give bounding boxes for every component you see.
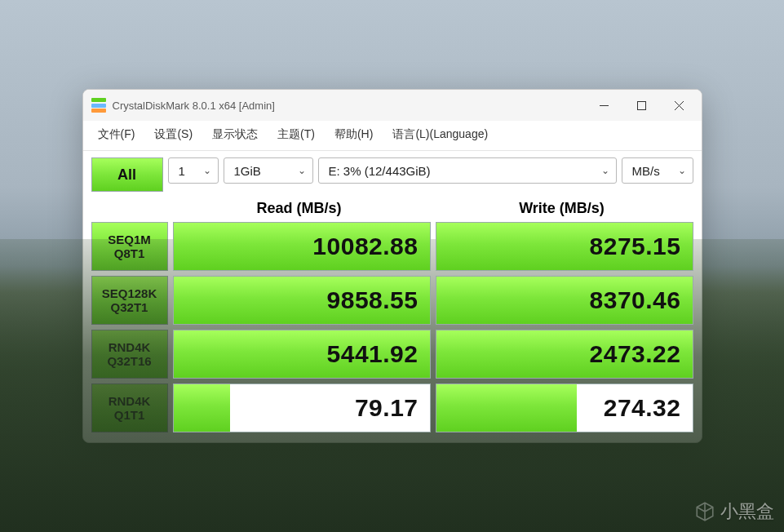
app-window: CrystalDiskMark 8.0.1 x64 [Admin] 文件(F) … <box>82 89 702 443</box>
chevron-down-icon: ⌄ <box>298 165 306 176</box>
read-cell: 10082.88 <box>173 222 431 271</box>
app-icon-layer <box>91 98 106 102</box>
read-value: 5441.92 <box>327 340 419 368</box>
app-icon <box>91 98 106 113</box>
window-title: CrystalDiskMark 8.0.1 x64 [Admin] <box>113 100 586 112</box>
write-value: 2473.22 <box>590 340 681 368</box>
read-value: 9858.55 <box>327 286 419 314</box>
header-spacer <box>91 200 168 217</box>
app-icon-layer <box>91 109 106 113</box>
chevron-down-icon: ⌄ <box>203 165 211 176</box>
chevron-down-icon: ⌄ <box>678 165 686 176</box>
write-value: 8275.15 <box>590 233 681 260</box>
header-read: Read (MB/s) <box>168 200 431 217</box>
header-write: Write (MB/s) <box>431 200 693 217</box>
test-count-select[interactable]: 1 ⌄ <box>168 157 219 184</box>
result-row: SEQ1MQ8T110082.888275.15 <box>91 222 693 271</box>
menu-settings[interactable]: 设置(S) <box>144 124 202 145</box>
toolbar: All 1 ⌄ 1GiB ⌄ E: 3% (12/443GiB) ⌄ MB/s … <box>83 151 702 197</box>
window-controls <box>586 92 698 118</box>
svg-rect-0 <box>638 101 646 109</box>
unit-value: MB/s <box>632 164 660 178</box>
result-row: SEQ128KQ32T19858.558370.46 <box>91 276 693 325</box>
titlebar[interactable]: CrystalDiskMark 8.0.1 x64 [Admin] <box>83 90 702 121</box>
read-cell: 79.17 <box>173 383 431 432</box>
close-icon <box>675 101 684 110</box>
close-button[interactable] <box>661 92 698 118</box>
drive-select[interactable]: E: 3% (12/443GiB) ⌄ <box>318 157 617 184</box>
write-fill-bar <box>436 384 578 432</box>
read-cell: 9858.55 <box>173 276 431 325</box>
result-row: RND4KQ32T165441.922473.22 <box>91 330 693 379</box>
menu-language[interactable]: 语言(L)(Language) <box>383 124 498 145</box>
menu-file[interactable]: 文件(F) <box>88 124 145 145</box>
chevron-down-icon: ⌄ <box>601 165 609 176</box>
write-value: 274.32 <box>604 394 681 422</box>
column-headers: Read (MB/s) Write (MB/s) <box>83 197 702 222</box>
app-icon-layer <box>91 104 106 108</box>
minimize-button[interactable] <box>586 92 623 118</box>
write-cell: 8370.46 <box>436 276 693 325</box>
write-value: 8370.46 <box>590 286 681 314</box>
result-rows: SEQ1MQ8T110082.888275.15SEQ128KQ32T19858… <box>83 222 702 442</box>
watermark-text: 小黑盒 <box>720 499 774 524</box>
cube-icon <box>694 501 715 522</box>
drive-value: E: 3% (12/443GiB) <box>329 164 431 178</box>
read-cell: 5441.92 <box>173 330 431 379</box>
read-value: 10082.88 <box>312 233 418 260</box>
maximize-icon <box>637 101 646 110</box>
result-row: RND4KQ1T179.17274.32 <box>91 383 693 432</box>
read-fill-bar <box>174 384 230 432</box>
menu-theme[interactable]: 主题(T) <box>268 124 325 145</box>
write-cell: 274.32 <box>436 383 693 432</box>
unit-select[interactable]: MB/s ⌄ <box>622 157 693 184</box>
read-value: 79.17 <box>355 394 419 422</box>
minimize-icon <box>600 101 609 110</box>
menu-help[interactable]: 帮助(H) <box>325 124 383 145</box>
menubar: 文件(F) 设置(S) 显示状态 主题(T) 帮助(H) 语言(L)(Langu… <box>83 121 702 151</box>
test-size-select[interactable]: 1GiB ⌄ <box>224 157 313 184</box>
watermark: 小黑盒 <box>694 499 774 524</box>
test-size-value: 1GiB <box>234 164 261 178</box>
write-cell: 8275.15 <box>436 222 693 271</box>
menu-status[interactable]: 显示状态 <box>202 124 268 145</box>
maximize-button[interactable] <box>623 92 661 118</box>
test-count-value: 1 <box>179 164 185 178</box>
write-cell: 2473.22 <box>436 330 693 379</box>
run-all-button[interactable]: All <box>91 157 163 192</box>
